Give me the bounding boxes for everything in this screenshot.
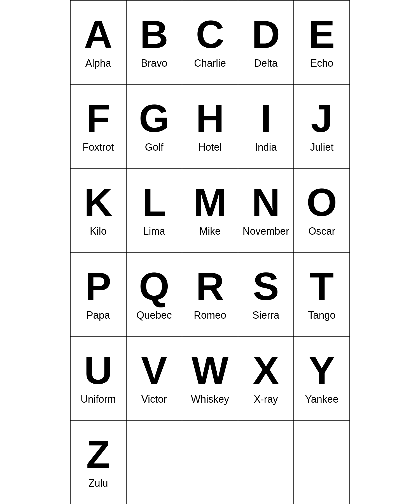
word-sierra: Sierra xyxy=(253,309,279,321)
word-papa: Papa xyxy=(87,309,110,321)
word-india: India xyxy=(255,141,277,153)
cell-o: OOscar xyxy=(294,169,350,253)
word-hotel: Hotel xyxy=(198,141,222,153)
cell-p: PPapa xyxy=(71,253,127,337)
cell-j: JJuliet xyxy=(294,85,350,169)
cell-n: NNovember xyxy=(238,169,294,253)
letter-r: R xyxy=(196,265,224,308)
word-xray: X-ray xyxy=(254,393,278,405)
word-romeo: Romeo xyxy=(194,309,226,321)
letter-f: F xyxy=(86,97,110,140)
cell-a: AAlpha xyxy=(71,1,127,85)
word-delta: Delta xyxy=(254,57,278,69)
letter-v: V xyxy=(141,349,167,392)
word-zulu: Zulu xyxy=(88,477,108,489)
letter-s: S xyxy=(253,265,279,308)
word-golf: Golf xyxy=(145,141,163,153)
word-lima: Lima xyxy=(143,225,165,237)
letter-q: Q xyxy=(139,265,169,308)
cell-s: SSierra xyxy=(238,253,294,337)
cell-l: LLima xyxy=(127,169,183,253)
cell-e: EEcho xyxy=(294,1,350,85)
cell-c: CCharlie xyxy=(182,1,238,85)
letter-x: X xyxy=(253,349,279,392)
cell-f: FFoxtrot xyxy=(71,85,127,169)
letter-g: G xyxy=(139,97,169,140)
letter-o: O xyxy=(307,181,337,224)
letter-p: P xyxy=(85,265,111,308)
word-yankee: Yankee xyxy=(305,393,338,405)
cell-z: ZZulu xyxy=(71,421,127,504)
word-bravo: Bravo xyxy=(141,57,167,69)
letter-l: L xyxy=(142,181,166,224)
cell-m: MMike xyxy=(182,169,238,253)
letter-b: B xyxy=(140,13,168,56)
word-tango: Tango xyxy=(308,309,335,321)
cell-g: GGolf xyxy=(127,85,183,169)
letter-t: T xyxy=(310,265,334,308)
letter-y: Y xyxy=(309,349,335,392)
letter-e: E xyxy=(309,13,335,56)
cell-d: DDelta xyxy=(238,1,294,85)
word-whiskey: Whiskey xyxy=(191,393,229,405)
letter-i: I xyxy=(260,97,271,140)
letter-a: A xyxy=(84,13,112,56)
cell-w: WWhiskey xyxy=(182,337,238,421)
word-uniform: Uniform xyxy=(81,393,116,405)
alphabet-grid: AAlphaBBravoCCharlieDDeltaEEchoFFoxtrotG… xyxy=(70,0,350,504)
letter-n: N xyxy=(252,181,280,224)
word-alpha: Alpha xyxy=(85,57,111,69)
cell-h: HHotel xyxy=(182,85,238,169)
letter-w: W xyxy=(192,349,228,392)
letter-k: K xyxy=(84,181,112,224)
cell-y: YYankee xyxy=(294,337,350,421)
letter-d: D xyxy=(252,13,280,56)
cell-u: UUniform xyxy=(71,337,127,421)
word-november: November xyxy=(243,225,289,237)
cell-k: KKilo xyxy=(71,169,127,253)
word-oscar: Oscar xyxy=(308,225,335,237)
letter-h: H xyxy=(196,97,224,140)
word-quebec: Quebec xyxy=(136,309,172,321)
letter-m: M xyxy=(194,181,227,224)
cell-i: IIndia xyxy=(238,85,294,169)
cell-t: TTango xyxy=(294,253,350,337)
cell-r: RRomeo xyxy=(182,253,238,337)
cell-empty-3 xyxy=(294,421,350,504)
cell-empty-1 xyxy=(182,421,238,504)
word-foxtrot: Foxtrot xyxy=(83,141,114,153)
word-echo: Echo xyxy=(310,57,333,69)
cell-q: QQuebec xyxy=(127,253,183,337)
cell-v: VVictor xyxy=(127,337,183,421)
word-kilo: Kilo xyxy=(90,225,107,237)
cell-b: BBravo xyxy=(127,1,183,85)
cell-empty-0 xyxy=(127,421,183,504)
cell-x: XX-ray xyxy=(238,337,294,421)
letter-u: U xyxy=(84,349,112,392)
word-mike: Mike xyxy=(199,225,221,237)
letter-c: C xyxy=(196,13,224,56)
letter-j: J xyxy=(311,97,333,140)
word-charlie: Charlie xyxy=(194,57,226,69)
word-victor: Victor xyxy=(141,393,167,405)
word-juliet: Juliet xyxy=(310,141,333,153)
cell-empty-2 xyxy=(238,421,294,504)
letter-z: Z xyxy=(86,433,110,476)
